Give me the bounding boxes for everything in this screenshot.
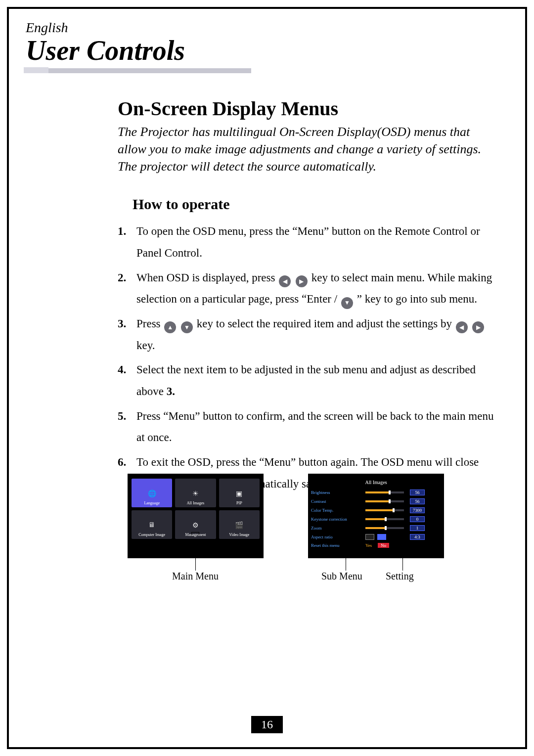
caption-main-menu: Main Menu bbox=[172, 571, 219, 582]
row-value: 1 bbox=[410, 525, 425, 531]
slider bbox=[365, 518, 404, 520]
left-arrow-icon bbox=[456, 321, 468, 333]
callout-line bbox=[346, 541, 346, 571]
row-value: 56 bbox=[410, 498, 425, 504]
osd-row-contrast: Contrast 56 bbox=[308, 497, 444, 506]
slider bbox=[365, 491, 404, 493]
management-icon: ⚙ bbox=[190, 520, 201, 531]
osd-row-aspect: Aspect ratio 4:3 bbox=[308, 533, 444, 541]
text-fragment: Press bbox=[136, 317, 163, 330]
steps-list: 1. To open the OSD menu, press the “Menu… bbox=[118, 221, 495, 494]
osd-tile-video-image: 🎬 Video Image bbox=[219, 510, 260, 539]
osd-row-keystone: Keystone correction 0 bbox=[308, 515, 444, 524]
text-fragment: key to select the required item and adju… bbox=[197, 317, 455, 330]
step-1: 1. To open the OSD menu, press the “Menu… bbox=[118, 221, 495, 264]
step-text: Press “Menu” button to confirm, and the … bbox=[136, 405, 495, 448]
osd-tile-all-images: ☀ All Images bbox=[175, 479, 216, 507]
sliders-icon: ☀ bbox=[190, 488, 201, 499]
row-value: 4:3 bbox=[410, 534, 425, 540]
step-number: 5. bbox=[118, 405, 132, 448]
row-label: Zoom bbox=[308, 524, 362, 533]
down-arrow-icon bbox=[181, 321, 193, 333]
yes-label: Yes bbox=[365, 543, 372, 548]
down-arrow-icon bbox=[341, 297, 353, 309]
callout-cap bbox=[341, 534, 350, 537]
up-arrow-icon bbox=[164, 321, 176, 333]
row-value: 7300 bbox=[410, 507, 425, 513]
text-fragment: ” key to go into sub menu. bbox=[357, 293, 477, 305]
osd-row-colortemp: Color Temp. 7300 bbox=[308, 506, 444, 515]
osd-tile-pip: ▣ PIP bbox=[219, 479, 260, 507]
page-number: 16 bbox=[251, 716, 283, 733]
row-label: Color Temp. bbox=[308, 506, 362, 515]
monitor-icon: 🖥 bbox=[146, 520, 157, 531]
section-intro: The Projector has multilingual On-Screen… bbox=[118, 123, 495, 175]
osd-row-zoom: Zoom 1 bbox=[308, 524, 444, 533]
yes-no: Yes No bbox=[365, 543, 441, 548]
text-fragment: When OSD is displayed, press bbox=[136, 271, 278, 284]
howto-heading: How to operate bbox=[133, 196, 495, 213]
caption-sub-menu: Sub Menu bbox=[321, 571, 362, 582]
row-label: Keystone correction bbox=[308, 515, 362, 524]
step-text: To open the OSD menu, press the “Menu” b… bbox=[136, 221, 495, 264]
step-number: 3. bbox=[118, 313, 132, 356]
row-label: Brightness bbox=[308, 488, 362, 497]
osd-tile-language: 🌐 Language bbox=[132, 479, 172, 507]
tile-label: All Images bbox=[187, 501, 204, 505]
language-label: English bbox=[24, 20, 510, 36]
right-arrow-icon bbox=[472, 321, 484, 333]
tile-label: Computer Image bbox=[138, 533, 165, 537]
no-label: No bbox=[378, 543, 389, 548]
pip-icon: ▣ bbox=[234, 488, 245, 499]
aspect-4-3-icon bbox=[365, 534, 374, 540]
osd-row-reset: Reset this menu Yes No bbox=[308, 541, 444, 549]
row-label: Aspect ratio bbox=[308, 533, 362, 541]
osd-sub-menu: All Images Brightness 56 Contrast 56 Col… bbox=[308, 474, 444, 558]
right-arrow-icon bbox=[296, 275, 308, 287]
slider bbox=[365, 527, 404, 529]
row-label: Contrast bbox=[308, 497, 362, 506]
osd-sub-title: All Images bbox=[308, 478, 444, 488]
tile-label: Video Image bbox=[229, 533, 249, 537]
step-number: 1. bbox=[118, 221, 132, 264]
step-text: When OSD is displayed, press key to sele… bbox=[136, 267, 495, 310]
osd-tile-computer-image: 🖥 Computer Image bbox=[132, 510, 172, 539]
slider bbox=[365, 500, 404, 502]
step-2: 2. When OSD is displayed, press key to s… bbox=[118, 267, 495, 310]
callout-line bbox=[195, 540, 196, 571]
row-value: 0 bbox=[410, 516, 425, 522]
tile-label: PIP bbox=[236, 501, 242, 505]
row-value: 56 bbox=[410, 489, 425, 495]
caption-setting: Setting bbox=[386, 571, 414, 582]
section-heading: On-Screen Display Menus bbox=[118, 97, 495, 120]
osd-row-brightness: Brightness 56 bbox=[308, 488, 444, 497]
text-fragment: 3. bbox=[167, 385, 175, 398]
video-icon: 🎬 bbox=[234, 520, 245, 531]
left-arrow-icon bbox=[279, 275, 291, 287]
callout-line bbox=[402, 541, 403, 571]
page-title: User Controls bbox=[24, 37, 510, 64]
step-number: 2. bbox=[118, 267, 132, 310]
step-5: 5. Press “Menu” button to confirm, and t… bbox=[118, 405, 495, 448]
callout-cap bbox=[191, 532, 199, 535]
step-text: Select the next item to be adjusted in t… bbox=[136, 359, 495, 402]
step-3: 3. Press key to select the required item… bbox=[118, 313, 495, 356]
slider bbox=[365, 509, 404, 511]
tile-label: Language bbox=[144, 501, 160, 505]
title-underline bbox=[24, 67, 510, 73]
text-fragment: Select the next item to be adjusted in t… bbox=[136, 363, 476, 398]
callout-cap bbox=[399, 534, 406, 537]
row-label: Reset this menu bbox=[308, 541, 362, 549]
step-text: Press key to select the required item an… bbox=[136, 313, 495, 356]
step-number: 4. bbox=[118, 359, 132, 402]
aspect-16-9-icon bbox=[377, 534, 386, 540]
text-fragment: key. bbox=[136, 339, 155, 352]
globe-icon: 🌐 bbox=[146, 488, 157, 499]
step-4: 4. Select the next item to be adjusted i… bbox=[118, 359, 495, 402]
